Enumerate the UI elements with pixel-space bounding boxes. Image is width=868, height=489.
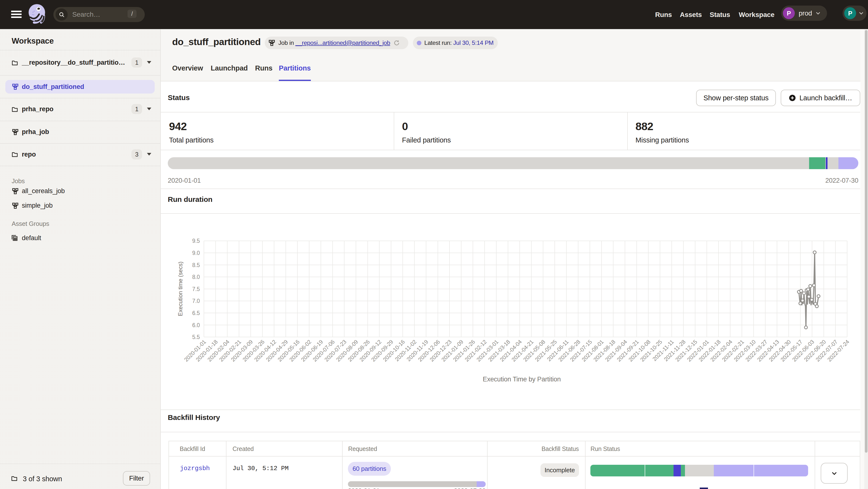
svg-text:Execution Time by Partition: Execution Time by Partition [483, 376, 561, 383]
svg-text:Execution time (secs): Execution time (secs) [177, 261, 184, 316]
svg-text:9.5: 9.5 [192, 238, 200, 244]
svg-text:8.5: 8.5 [192, 262, 200, 268]
svg-text:6.5: 6.5 [192, 310, 200, 316]
svg-text:9.0: 9.0 [192, 250, 200, 256]
svg-text:8.0: 8.0 [192, 274, 200, 280]
svg-text:7.0: 7.0 [192, 298, 200, 304]
svg-text:6.0: 6.0 [192, 322, 200, 328]
svg-text:7.5: 7.5 [192, 286, 200, 292]
svg-text:5.5: 5.5 [192, 334, 200, 340]
